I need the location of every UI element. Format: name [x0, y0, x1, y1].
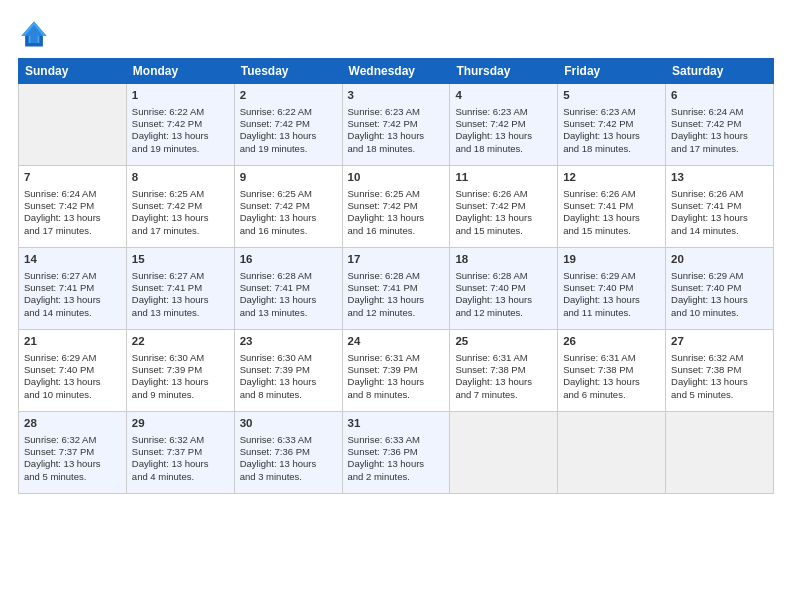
page: SundayMondayTuesdayWednesdayThursdayFrid…: [0, 0, 792, 612]
calendar-cell: 8Sunrise: 6:25 AM Sunset: 7:42 PM Daylig…: [126, 166, 234, 248]
day-number: 15: [132, 252, 229, 268]
day-info: Sunrise: 6:23 AM Sunset: 7:42 PM Dayligh…: [563, 106, 660, 155]
calendar-cell: 10Sunrise: 6:25 AM Sunset: 7:42 PM Dayli…: [342, 166, 450, 248]
day-info: Sunrise: 6:32 AM Sunset: 7:38 PM Dayligh…: [671, 352, 768, 401]
day-number: 11: [455, 170, 552, 186]
day-number: 19: [563, 252, 660, 268]
col-header-friday: Friday: [558, 59, 666, 84]
calendar-cell: 12Sunrise: 6:26 AM Sunset: 7:41 PM Dayli…: [558, 166, 666, 248]
day-number: 31: [348, 416, 445, 432]
calendar-cell: 4Sunrise: 6:23 AM Sunset: 7:42 PM Daylig…: [450, 84, 558, 166]
calendar-week-row: 7Sunrise: 6:24 AM Sunset: 7:42 PM Daylig…: [19, 166, 774, 248]
day-info: Sunrise: 6:33 AM Sunset: 7:36 PM Dayligh…: [348, 434, 445, 483]
day-number: 22: [132, 334, 229, 350]
day-number: 1: [132, 88, 229, 104]
calendar-cell: 30Sunrise: 6:33 AM Sunset: 7:36 PM Dayli…: [234, 412, 342, 494]
col-header-sunday: Sunday: [19, 59, 127, 84]
day-number: 17: [348, 252, 445, 268]
calendar-cell: 19Sunrise: 6:29 AM Sunset: 7:40 PM Dayli…: [558, 248, 666, 330]
calendar-cell: 31Sunrise: 6:33 AM Sunset: 7:36 PM Dayli…: [342, 412, 450, 494]
day-info: Sunrise: 6:22 AM Sunset: 7:42 PM Dayligh…: [240, 106, 337, 155]
day-number: 8: [132, 170, 229, 186]
day-number: 24: [348, 334, 445, 350]
day-info: Sunrise: 6:29 AM Sunset: 7:40 PM Dayligh…: [24, 352, 121, 401]
calendar-week-row: 21Sunrise: 6:29 AM Sunset: 7:40 PM Dayli…: [19, 330, 774, 412]
calendar-cell: 15Sunrise: 6:27 AM Sunset: 7:41 PM Dayli…: [126, 248, 234, 330]
day-number: 14: [24, 252, 121, 268]
col-header-wednesday: Wednesday: [342, 59, 450, 84]
day-info: Sunrise: 6:32 AM Sunset: 7:37 PM Dayligh…: [132, 434, 229, 483]
day-info: Sunrise: 6:23 AM Sunset: 7:42 PM Dayligh…: [348, 106, 445, 155]
day-info: Sunrise: 6:22 AM Sunset: 7:42 PM Dayligh…: [132, 106, 229, 155]
col-header-saturday: Saturday: [666, 59, 774, 84]
day-number: 7: [24, 170, 121, 186]
day-number: 10: [348, 170, 445, 186]
day-number: 18: [455, 252, 552, 268]
calendar-cell: 21Sunrise: 6:29 AM Sunset: 7:40 PM Dayli…: [19, 330, 127, 412]
calendar-cell: 14Sunrise: 6:27 AM Sunset: 7:41 PM Dayli…: [19, 248, 127, 330]
day-info: Sunrise: 6:31 AM Sunset: 7:38 PM Dayligh…: [563, 352, 660, 401]
calendar-cell: 11Sunrise: 6:26 AM Sunset: 7:42 PM Dayli…: [450, 166, 558, 248]
calendar-cell: 17Sunrise: 6:28 AM Sunset: 7:41 PM Dayli…: [342, 248, 450, 330]
day-info: Sunrise: 6:30 AM Sunset: 7:39 PM Dayligh…: [132, 352, 229, 401]
day-number: 28: [24, 416, 121, 432]
day-number: 3: [348, 88, 445, 104]
calendar-cell: [666, 412, 774, 494]
day-number: 9: [240, 170, 337, 186]
col-header-thursday: Thursday: [450, 59, 558, 84]
calendar-header-row: SundayMondayTuesdayWednesdayThursdayFrid…: [19, 59, 774, 84]
day-number: 6: [671, 88, 768, 104]
day-info: Sunrise: 6:32 AM Sunset: 7:37 PM Dayligh…: [24, 434, 121, 483]
calendar-cell: 24Sunrise: 6:31 AM Sunset: 7:39 PM Dayli…: [342, 330, 450, 412]
calendar-cell: 25Sunrise: 6:31 AM Sunset: 7:38 PM Dayli…: [450, 330, 558, 412]
day-info: Sunrise: 6:30 AM Sunset: 7:39 PM Dayligh…: [240, 352, 337, 401]
day-number: 29: [132, 416, 229, 432]
calendar-cell: 3Sunrise: 6:23 AM Sunset: 7:42 PM Daylig…: [342, 84, 450, 166]
day-number: 4: [455, 88, 552, 104]
calendar-cell: 26Sunrise: 6:31 AM Sunset: 7:38 PM Dayli…: [558, 330, 666, 412]
day-info: Sunrise: 6:28 AM Sunset: 7:40 PM Dayligh…: [455, 270, 552, 319]
day-number: 21: [24, 334, 121, 350]
calendar-cell: 18Sunrise: 6:28 AM Sunset: 7:40 PM Dayli…: [450, 248, 558, 330]
day-number: 23: [240, 334, 337, 350]
day-info: Sunrise: 6:26 AM Sunset: 7:41 PM Dayligh…: [671, 188, 768, 237]
calendar-cell: 23Sunrise: 6:30 AM Sunset: 7:39 PM Dayli…: [234, 330, 342, 412]
day-info: Sunrise: 6:24 AM Sunset: 7:42 PM Dayligh…: [24, 188, 121, 237]
day-number: 12: [563, 170, 660, 186]
day-info: Sunrise: 6:33 AM Sunset: 7:36 PM Dayligh…: [240, 434, 337, 483]
calendar-cell: 20Sunrise: 6:29 AM Sunset: 7:40 PM Dayli…: [666, 248, 774, 330]
calendar-cell: [558, 412, 666, 494]
calendar-week-row: 1Sunrise: 6:22 AM Sunset: 7:42 PM Daylig…: [19, 84, 774, 166]
day-number: 20: [671, 252, 768, 268]
header: [18, 18, 774, 50]
day-number: 5: [563, 88, 660, 104]
day-info: Sunrise: 6:31 AM Sunset: 7:39 PM Dayligh…: [348, 352, 445, 401]
calendar-cell: [19, 84, 127, 166]
day-info: Sunrise: 6:25 AM Sunset: 7:42 PM Dayligh…: [348, 188, 445, 237]
calendar-cell: 5Sunrise: 6:23 AM Sunset: 7:42 PM Daylig…: [558, 84, 666, 166]
calendar-cell: 13Sunrise: 6:26 AM Sunset: 7:41 PM Dayli…: [666, 166, 774, 248]
calendar-cell: 28Sunrise: 6:32 AM Sunset: 7:37 PM Dayli…: [19, 412, 127, 494]
calendar-week-row: 28Sunrise: 6:32 AM Sunset: 7:37 PM Dayli…: [19, 412, 774, 494]
logo: [18, 18, 54, 50]
logo-icon: [18, 18, 50, 50]
calendar-cell: 29Sunrise: 6:32 AM Sunset: 7:37 PM Dayli…: [126, 412, 234, 494]
day-info: Sunrise: 6:26 AM Sunset: 7:41 PM Dayligh…: [563, 188, 660, 237]
day-number: 13: [671, 170, 768, 186]
day-number: 27: [671, 334, 768, 350]
calendar-table: SundayMondayTuesdayWednesdayThursdayFrid…: [18, 58, 774, 494]
calendar-cell: 27Sunrise: 6:32 AM Sunset: 7:38 PM Dayli…: [666, 330, 774, 412]
calendar-cell: 1Sunrise: 6:22 AM Sunset: 7:42 PM Daylig…: [126, 84, 234, 166]
col-header-tuesday: Tuesday: [234, 59, 342, 84]
day-number: 2: [240, 88, 337, 104]
col-header-monday: Monday: [126, 59, 234, 84]
day-info: Sunrise: 6:31 AM Sunset: 7:38 PM Dayligh…: [455, 352, 552, 401]
calendar-cell: 6Sunrise: 6:24 AM Sunset: 7:42 PM Daylig…: [666, 84, 774, 166]
day-info: Sunrise: 6:25 AM Sunset: 7:42 PM Dayligh…: [240, 188, 337, 237]
day-number: 30: [240, 416, 337, 432]
day-info: Sunrise: 6:25 AM Sunset: 7:42 PM Dayligh…: [132, 188, 229, 237]
day-info: Sunrise: 6:27 AM Sunset: 7:41 PM Dayligh…: [132, 270, 229, 319]
calendar-week-row: 14Sunrise: 6:27 AM Sunset: 7:41 PM Dayli…: [19, 248, 774, 330]
calendar-cell: 2Sunrise: 6:22 AM Sunset: 7:42 PM Daylig…: [234, 84, 342, 166]
day-info: Sunrise: 6:29 AM Sunset: 7:40 PM Dayligh…: [563, 270, 660, 319]
